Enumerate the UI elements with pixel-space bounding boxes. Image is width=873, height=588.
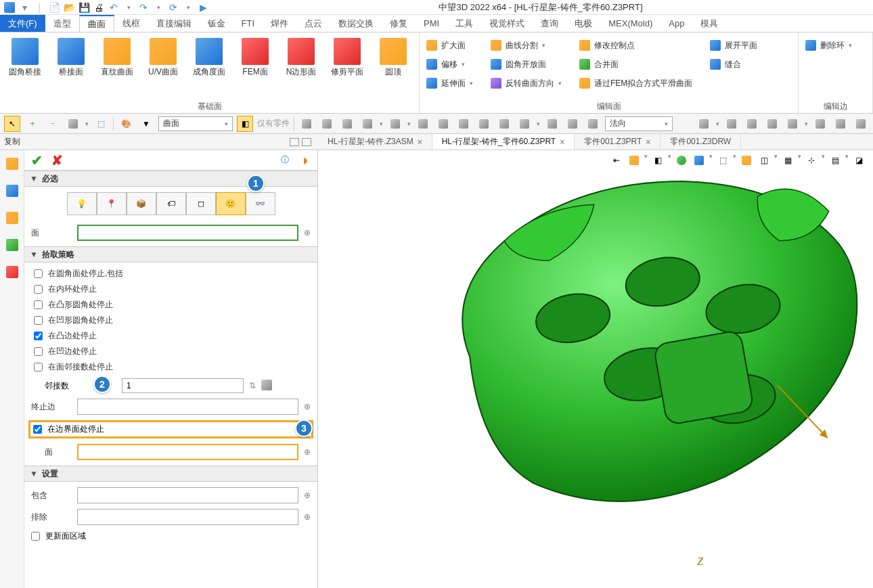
tb-ic-13[interactable] <box>564 116 581 132</box>
tb-right-2[interactable] <box>723 116 740 132</box>
panel-dock-icon[interactable] <box>290 138 299 146</box>
section-required[interactable]: ▼必选 <box>24 171 317 187</box>
btn-unfold[interactable]: 展开平面 <box>707 38 760 53</box>
qat-expand-icon[interactable]: ▾ <box>183 2 194 13</box>
doc-tab-3[interactable]: 零件001.Z3DRW <box>661 134 741 150</box>
close-tab-icon[interactable]: × <box>560 137 564 147</box>
btn-angle-face[interactable]: 成角度面 <box>188 35 230 78</box>
filter-funnel-icon[interactable]: ▼ <box>138 116 154 132</box>
tb-ic-3[interactable] <box>339 116 355 132</box>
cursor-icon[interactable]: ↖ <box>4 116 20 132</box>
tab-weldment[interactable]: 焊件 <box>263 15 296 32</box>
boundary-face-expand-icon[interactable]: ⊕ <box>304 447 311 457</box>
redo-icon[interactable]: ↷ <box>138 2 149 13</box>
btn-edit-ctrlpt[interactable]: 修改控制点 <box>577 38 695 53</box>
filter-face-icon[interactable]: 🙂 <box>216 192 246 215</box>
tab-direct-edit[interactable]: 直接编辑 <box>148 15 200 32</box>
boundary-face-input[interactable] <box>77 444 298 460</box>
close-tab-icon[interactable]: × <box>646 137 650 147</box>
save-icon[interactable]: 💾 <box>79 2 89 13</box>
tb-right-3[interactable] <box>744 116 760 132</box>
tab-mex[interactable]: MEX(Mold) <box>600 15 661 32</box>
expand-icon[interactable]: ◗ <box>297 152 313 168</box>
btn-delete-loop[interactable]: 删除环▾ <box>803 38 868 53</box>
part-only-icon[interactable]: ◧ <box>237 116 253 132</box>
info-icon[interactable]: ⓘ <box>277 152 293 168</box>
tb-right-6[interactable] <box>812 116 828 132</box>
tb-right-5[interactable] <box>784 116 801 132</box>
filter-lightbulb-icon[interactable]: 💡 <box>67 192 97 215</box>
sel-filter-icon[interactable]: ⬚ <box>93 116 109 132</box>
palette-icon[interactable]: 🎨 <box>118 116 134 132</box>
tb-ic-4[interactable] <box>359 116 376 132</box>
sel-dropdown-icon[interactable]: ▾ <box>85 120 89 127</box>
filter-combo[interactable]: 曲面▾ <box>158 116 233 131</box>
tb-ic-9[interactable] <box>476 116 492 132</box>
include-input[interactable] <box>77 487 298 503</box>
btn-fillet-bridge[interactable]: 圆角桥接 <box>4 35 46 78</box>
include-expand-icon[interactable]: ⊕ <box>304 491 311 500</box>
tb-ic-12[interactable] <box>544 116 560 132</box>
check-convex-fillet[interactable]: 在凸形圆角处停止 <box>34 299 311 311</box>
spinner-up-down-icon[interactable]: ⇅ <box>249 381 256 390</box>
rail-image-icon[interactable] <box>4 237 20 253</box>
qat-dropdown-icon[interactable]: ▾ <box>19 2 30 13</box>
normal-combo[interactable]: 法向▾ <box>605 116 673 131</box>
check-convex-edge[interactable]: 在凸边处停止 <box>34 330 311 342</box>
3d-viewport[interactable]: ⇤ ▾ ◧▾ ▾ ⬚▾ ◫▾ ▦▾ ⊹▾ ▤▾ ◪ <box>318 150 873 588</box>
remove-sel-icon[interactable]: － <box>45 116 61 132</box>
btn-offset[interactable]: 偏移▾ <box>424 57 476 72</box>
tab-pointcloud[interactable]: 点云 <box>296 15 330 32</box>
btn-sew[interactable]: 缝合 <box>707 57 760 72</box>
tb-dd-5[interactable]: ▾ <box>407 120 411 127</box>
tab-shape[interactable]: 造型 <box>45 15 79 32</box>
btn-curve-split[interactable]: 曲线分割▾ <box>488 38 564 53</box>
doc-tab-1[interactable]: HL-行星架-铸件_零件60.Z3PRT× <box>432 134 575 150</box>
new-file-icon[interactable]: 📄 <box>49 2 60 13</box>
btn-fillet-open[interactable]: 圆角开放面 <box>488 57 564 72</box>
tb-ic-7[interactable] <box>435 116 451 132</box>
filter-cube-icon[interactable]: ◻ <box>186 192 216 215</box>
stop-edge-input[interactable] <box>77 399 298 415</box>
check-fillet-face[interactable]: 在圆角面处停止,包括 <box>34 268 311 279</box>
redo-dropdown-icon[interactable]: ▾ <box>153 2 164 13</box>
tb-right-4[interactable] <box>764 116 780 132</box>
tab-mold[interactable]: 模具 <box>692 15 726 32</box>
tb-ic-1[interactable] <box>298 116 315 132</box>
tb-ic-10[interactable] <box>496 116 512 132</box>
btn-dome[interactable]: 圆顶 <box>372 35 414 78</box>
tb-ic-6[interactable] <box>415 116 431 132</box>
tab-exchange[interactable]: 数据交换 <box>330 15 382 32</box>
rail-user-icon[interactable] <box>4 264 20 280</box>
tab-surface[interactable]: 曲面 <box>79 15 114 32</box>
rail-tree-icon[interactable] <box>4 183 20 199</box>
filter-tag-icon[interactable]: 🏷 <box>156 192 186 215</box>
undo-icon[interactable]: ↶ <box>108 2 119 13</box>
ok-icon[interactable]: ✔ <box>28 152 45 168</box>
play-icon[interactable]: ▶ <box>198 2 208 13</box>
tab-wireframe[interactable]: 线框 <box>114 15 148 32</box>
tb-right-dd-1[interactable]: ▾ <box>716 120 719 127</box>
section-pick-strategy[interactable]: ▼拾取策略 <box>24 246 317 263</box>
tab-pmi[interactable]: PMI <box>416 15 447 32</box>
adjacency-pick-icon[interactable] <box>261 380 272 392</box>
undo-dropdown-icon[interactable]: ▾ <box>123 2 134 13</box>
check-boundary-face[interactable]: 在边界面处停止 <box>33 424 309 435</box>
tab-app[interactable]: App <box>661 15 692 32</box>
section-settings[interactable]: ▼设置 <box>24 466 317 482</box>
tb-ic-2[interactable] <box>319 116 335 132</box>
filter-pin-icon[interactable]: 📍 <box>97 192 127 215</box>
sel-mode-icon[interactable] <box>65 116 81 132</box>
btn-fem-smooth[interactable]: 通过FEM拟合方式平滑曲面 <box>577 76 695 91</box>
cancel-icon[interactable]: ✘ <box>49 152 65 168</box>
tb-ic-8[interactable] <box>455 116 472 132</box>
check-update-region[interactable]: 更新面区域 <box>31 530 311 542</box>
tb-ic-11[interactable] <box>516 116 533 132</box>
face-input-expand-icon[interactable]: ⊕ <box>304 228 311 238</box>
exclude-expand-icon[interactable]: ⊕ <box>304 512 311 522</box>
btn-merge-face[interactable]: 合并面 <box>577 57 695 72</box>
doc-tab-2[interactable]: 零件001.Z3PRT× <box>575 134 661 150</box>
add-sel-icon[interactable]: ＋ <box>24 116 41 132</box>
tab-query[interactable]: 查询 <box>533 15 566 32</box>
app-logo-icon[interactable] <box>4 2 15 13</box>
